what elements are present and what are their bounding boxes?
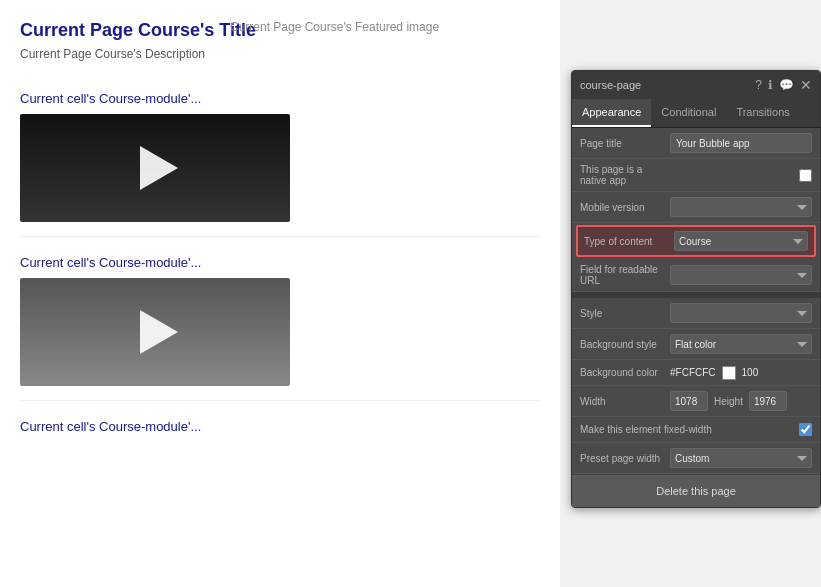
featured-image-label: Current Page Course's Featured image <box>230 20 439 34</box>
background-style-select[interactable]: Flat color Gradient Image None <box>670 334 812 354</box>
info-icon[interactable]: ℹ <box>768 78 773 92</box>
module-section-2: Current cell's Course-module'... <box>20 255 540 401</box>
color-swatch[interactable] <box>722 366 736 380</box>
fixed-width-checkbox[interactable] <box>799 423 812 436</box>
video-thumbnail-1 <box>20 114 290 222</box>
tab-transitions[interactable]: Transitions <box>726 99 799 127</box>
play-icon-2 <box>140 310 178 354</box>
preset-page-width-select[interactable]: Custom Desktop Tablet <box>670 448 812 468</box>
close-icon[interactable]: ✕ <box>800 77 812 93</box>
fixed-width-label: Make this element fixed-width <box>580 424 799 435</box>
tab-conditional[interactable]: Conditional <box>651 99 726 127</box>
width-input[interactable] <box>670 391 708 411</box>
style-label: Style <box>580 308 670 319</box>
style-select[interactable] <box>670 303 812 323</box>
page-description: Current Page Course's Description <box>20 47 540 61</box>
panel: course-page ? ℹ 💬 ✕ Appearance Condition… <box>571 70 821 508</box>
video-thumbnail-2 <box>20 278 290 386</box>
panel-header: course-page ? ℹ 💬 ✕ <box>572 71 820 99</box>
bg-color-row: #FCFCFC 100 <box>670 366 812 380</box>
height-input[interactable] <box>749 391 787 411</box>
mobile-version-label: Mobile version <box>580 202 670 213</box>
panel-tabs: Appearance Conditional Transitions <box>572 99 820 128</box>
comment-icon[interactable]: 💬 <box>779 78 794 92</box>
tab-appearance[interactable]: Appearance <box>572 99 651 127</box>
readable-url-select[interactable] <box>670 265 812 285</box>
height-label: Height <box>714 396 743 407</box>
module-section-1: Current cell's Course-module'... <box>20 91 540 237</box>
background-style-label: Background style <box>580 339 670 350</box>
row-type-of-content: Type of content Course None <box>576 225 816 257</box>
row-fixed-width: Make this element fixed-width <box>572 417 820 443</box>
panel-body: Page title This page is a native app Mob… <box>572 128 820 507</box>
module-title-2: Current cell's Course-module'... <box>20 255 540 270</box>
module-title-1: Current cell's Course-module'... <box>20 91 540 106</box>
background-color-label: Background color <box>580 367 670 378</box>
row-page-title: Page title <box>572 128 820 159</box>
row-readable-url: Field for readable URL <box>572 259 820 292</box>
readable-url-label: Field for readable URL <box>580 264 670 286</box>
mobile-version-select[interactable] <box>670 197 812 217</box>
type-of-content-select[interactable]: Course None <box>674 231 808 251</box>
native-app-checkbox-wrap <box>670 169 812 182</box>
background-color-opacity: 100 <box>742 367 759 378</box>
row-background-style: Background style Flat color Gradient Ima… <box>572 329 820 360</box>
row-dimensions: Width Height <box>572 386 820 417</box>
preset-page-width-label: Preset page width <box>580 453 670 464</box>
delete-page-button[interactable]: Delete this page <box>572 474 820 507</box>
row-preset-page-width: Preset page width Custom Desktop Tablet <box>572 443 820 474</box>
background-color-hex: #FCFCFC <box>670 367 716 378</box>
panel-title: course-page <box>580 79 641 91</box>
row-background-color: Background color #FCFCFC 100 <box>572 360 820 386</box>
page-title-label: Page title <box>580 138 670 149</box>
type-of-content-label: Type of content <box>584 236 674 247</box>
page-title-input[interactable] <box>670 133 812 153</box>
main-content: Current Page Course's Title Current Page… <box>0 0 560 587</box>
row-style: Style <box>572 298 820 329</box>
row-native-app: This page is a native app <box>572 159 820 192</box>
help-icon[interactable]: ? <box>755 78 762 92</box>
panel-header-icons: ? ℹ 💬 ✕ <box>755 77 812 93</box>
module-title-3: Current cell's Course-module'... <box>20 419 540 434</box>
native-app-checkbox[interactable] <box>799 169 812 182</box>
row-mobile-version: Mobile version <box>572 192 820 223</box>
width-label: Width <box>580 396 670 407</box>
native-app-label: This page is a native app <box>580 164 670 186</box>
play-icon-1 <box>140 146 178 190</box>
